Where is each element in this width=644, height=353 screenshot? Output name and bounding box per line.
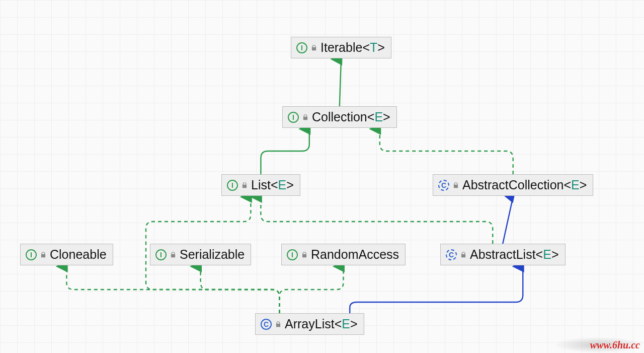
- class-name: ArrayList<E>: [285, 317, 358, 331]
- class-node-collection[interactable]: I Collection<E>: [282, 106, 397, 128]
- edge-arraylist-to-serializable: [201, 266, 280, 313]
- class-node-randomaccess[interactable]: I RandomAccess: [281, 244, 406, 265]
- lock-icon: [452, 182, 459, 189]
- class-node-abstractcollection[interactable]: C AbstractCollection<E>: [433, 174, 593, 196]
- edge-arraylist-to-randomaccess: [279, 266, 343, 313]
- class-node-cloneable[interactable]: I Cloneable: [20, 244, 113, 265]
- abstract-class-icon: C: [446, 249, 457, 260]
- lock-icon: [170, 251, 177, 258]
- class-node-serializable[interactable]: I Serializable: [150, 244, 251, 265]
- interface-icon: I: [287, 249, 298, 260]
- class-node-arraylist[interactable]: C ArrayList<E>: [255, 313, 364, 335]
- edge-abstractlist-to-list: [261, 197, 493, 244]
- abstract-class-icon: C: [438, 180, 449, 191]
- class-node-list[interactable]: I List<E>: [221, 174, 300, 196]
- edge-collection-to-iterable: [340, 59, 341, 106]
- edge-arraylist-to-cloneable: [66, 266, 279, 313]
- interface-icon: I: [296, 42, 307, 53]
- lock-icon: [301, 251, 308, 258]
- class-name: Cloneable: [50, 247, 107, 262]
- class-icon: C: [261, 319, 272, 330]
- lock-icon: [310, 44, 317, 51]
- class-node-abstractlist[interactable]: C AbstractList<E>: [440, 244, 566, 265]
- interface-icon: I: [155, 249, 167, 260]
- lock-icon: [302, 114, 309, 121]
- lock-icon: [40, 251, 47, 258]
- edge-arraylist-to-abstractlist: [350, 266, 523, 313]
- class-name: AbstractCollection<E>: [462, 178, 587, 192]
- interface-icon: I: [26, 249, 37, 260]
- interface-icon: I: [288, 112, 299, 123]
- lock-icon: [460, 251, 467, 258]
- class-name: Serializable: [180, 247, 245, 262]
- class-name: RandomAccess: [311, 247, 399, 262]
- class-name: Iterable<T>: [320, 40, 385, 55]
- edge-list-to-collection: [261, 129, 309, 174]
- class-name: AbstractList<E>: [470, 247, 559, 262]
- class-node-iterable[interactable]: I Iterable<T>: [291, 37, 391, 58]
- interface-icon: I: [227, 180, 238, 191]
- edge-abstractlist-to-abstractcollection: [503, 197, 513, 244]
- class-name: Collection<E>: [312, 110, 390, 124]
- lock-icon: [241, 182, 248, 189]
- edge-abstractcollection-to-collection: [380, 129, 513, 174]
- class-name: List<E>: [251, 178, 294, 192]
- lock-icon: [275, 321, 282, 328]
- watermark-text: www.6hu.cc: [590, 339, 640, 351]
